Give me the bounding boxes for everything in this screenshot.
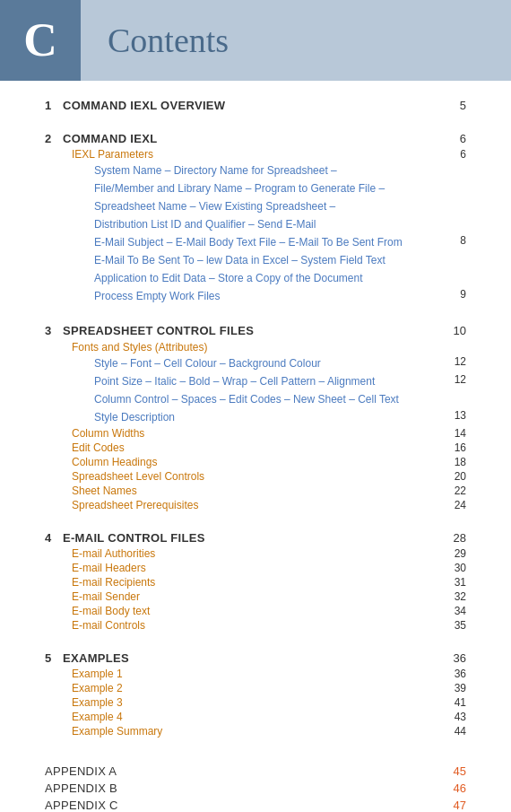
- subsection-title: Style – Font – Cell Colour – Background …: [94, 355, 321, 371]
- header-c-box: C: [0, 0, 81, 81]
- list-item: Column Control – Spaces – Edit Codes – N…: [45, 391, 466, 407]
- list-item: Sheet Names 22: [45, 485, 466, 497]
- subsection-title: Edit Codes: [72, 441, 125, 454]
- list-item: E-Mail To Be Sent To – lew Data in Excel…: [45, 252, 466, 268]
- section-2: 2 COMMAND IEXL 6 IEXL Parameters 6 Syste…: [45, 132, 466, 304]
- list-item: System Name – Directory Name for Spreads…: [45, 162, 466, 179]
- section-page: 28: [454, 531, 466, 545]
- list-item: Example 4 43: [45, 711, 466, 723]
- subsection-title: E-Mail To Be Sent To – lew Data in Excel…: [94, 254, 385, 266]
- list-item: IEXL Parameters 6: [45, 148, 466, 161]
- section-page: 5: [460, 99, 466, 112]
- header-c-letter: C: [23, 17, 57, 64]
- section-title: E-MAIL CONTROL FILES: [63, 531, 205, 545]
- subsection-page: 30: [446, 562, 466, 574]
- subsection-title: E-mail Body text: [72, 605, 150, 617]
- section-number: 1: [45, 99, 56, 112]
- list-item: Distribution List ID and Qualifier – Sen…: [45, 216, 466, 232]
- table-of-contents: 1 COMMAND IEXL OVERVIEW 5 2 COMMAND IEXL…: [0, 81, 511, 812]
- list-item: Fonts and Styles (Attributes): [45, 340, 466, 354]
- toc-entry: 2 COMMAND IEXL 6: [45, 132, 466, 145]
- list-item: E-mail Headers 30: [45, 562, 466, 574]
- subsection-title: Example 1: [72, 668, 123, 680]
- subsection-page: 14: [446, 427, 466, 440]
- subsection-title: System Name – Directory Name for Spreads…: [94, 164, 337, 177]
- section-page: 10: [454, 324, 466, 337]
- appendix-page: 46: [454, 781, 466, 795]
- list-item: Column Headings 18: [45, 456, 466, 468]
- subsection-title: Sheet Names: [72, 485, 137, 497]
- subsection-page: 41: [446, 696, 466, 709]
- subsection-title: E-Mail Subject – E-Mail Body Text File –…: [94, 234, 403, 250]
- subsection-page: 9: [451, 288, 466, 301]
- subsection-title: Distribution List ID and Qualifier – Sen…: [94, 218, 316, 231]
- subsection-page: 34: [446, 605, 466, 617]
- list-item: Example 3 41: [45, 696, 466, 709]
- subsection-title: Column Headings: [72, 456, 157, 468]
- list-item: APPENDIX B 46: [45, 781, 466, 795]
- list-item: Point Size – Italic – Bold – Wrap – Cell…: [45, 373, 466, 389]
- subsection-page: 6: [451, 148, 466, 161]
- section-title: EXAMPLES: [63, 651, 129, 665]
- subsection-title: Spreadsheet Prerequisites: [72, 499, 198, 511]
- subsection-title: E-mail Headers: [72, 562, 146, 574]
- list-item: File/Member and Library Name – Program t…: [45, 180, 466, 196]
- toc-entry: 1 COMMAND IEXL OVERVIEW 5: [45, 99, 466, 112]
- subsection-title: E-mail Recipients: [72, 576, 155, 589]
- list-item: Spreadsheet Prerequisites 24: [45, 499, 466, 511]
- list-item: Application to Edit Data – Store a Copy …: [45, 270, 466, 286]
- toc-entry: 5 EXAMPLES 36: [45, 651, 466, 665]
- subsection-title: Spreadsheet Level Controls: [72, 470, 204, 483]
- subsection-page: 12: [446, 355, 466, 368]
- subsection-title: IEXL Parameters: [72, 148, 153, 161]
- list-item: Example 1 36: [45, 668, 466, 680]
- section-title: COMMAND IEXL: [63, 132, 157, 145]
- subsection-page: 12: [446, 373, 466, 386]
- section-title: COMMAND IEXL OVERVIEW: [63, 99, 225, 112]
- list-item: E-mail Recipients 31: [45, 576, 466, 589]
- section-page: 36: [454, 651, 466, 665]
- list-item: E-Mail Subject – E-Mail Body Text File –…: [45, 234, 466, 250]
- subsection-title: Example 4: [72, 711, 123, 723]
- subsection-page: 32: [446, 590, 466, 603]
- section-page: 6: [460, 132, 466, 145]
- subsection-title: Fonts and Styles (Attributes): [72, 341, 207, 354]
- subsection-page: 22: [446, 485, 466, 497]
- list-item: Style – Font – Cell Colour – Background …: [45, 355, 466, 371]
- section-3: 3 SPREADSHEET CONTROL FILES 10 Fonts and…: [45, 324, 466, 511]
- section-number: 5: [45, 651, 56, 665]
- appendix-page: 45: [454, 764, 466, 778]
- list-item: Column Widths 14: [45, 427, 466, 440]
- subsection-title: Example Summary: [72, 725, 162, 738]
- toc-entry: 4 E-MAIL CONTROL FILES 28: [45, 531, 466, 545]
- appendix-title: APPENDIX A: [45, 764, 117, 778]
- list-item: E-mail Sender 32: [45, 590, 466, 603]
- section-title: SPREADSHEET CONTROL FILES: [63, 324, 254, 337]
- subsection-page: 16: [446, 441, 466, 454]
- subsection-page: 8: [451, 234, 466, 247]
- subsection-page: 36: [446, 668, 466, 680]
- subsection-title: E-mail Authorities: [72, 547, 155, 560]
- list-item: E-mail Authorities 29: [45, 547, 466, 560]
- subsection-title: Example 2: [72, 682, 123, 694]
- list-item: E-mail Controls 35: [45, 619, 466, 632]
- subsection-title: Example 3: [72, 696, 123, 709]
- subsection-title: E-mail Sender: [72, 590, 140, 603]
- subsection-page: 20: [446, 470, 466, 483]
- appendix-page: 47: [454, 799, 466, 812]
- subsection-page: 43: [446, 711, 466, 723]
- section-4: 4 E-MAIL CONTROL FILES 28 E-mail Authori…: [45, 531, 466, 632]
- subsection-title: Point Size – Italic – Bold – Wrap – Cell…: [94, 373, 375, 389]
- subsection-page: 29: [446, 547, 466, 560]
- subsection-title: Spreadsheet Name – View Existing Spreads…: [94, 200, 335, 213]
- subsection-title: E-mail Controls: [72, 619, 145, 632]
- appendix-title: APPENDIX C: [45, 799, 118, 812]
- list-item: Style Description 13: [45, 409, 466, 425]
- subsection-page: 39: [446, 682, 466, 694]
- subsection-title: Column Control – Spaces – Edit Codes – N…: [94, 393, 399, 406]
- list-item: Spreadsheet Name – View Existing Spreads…: [45, 198, 466, 214]
- list-item: APPENDIX C 47: [45, 799, 466, 812]
- subsection-title: File/Member and Library Name – Program t…: [94, 182, 385, 195]
- subsection-page: 44: [446, 725, 466, 738]
- subsection-title: Style Description: [94, 409, 175, 425]
